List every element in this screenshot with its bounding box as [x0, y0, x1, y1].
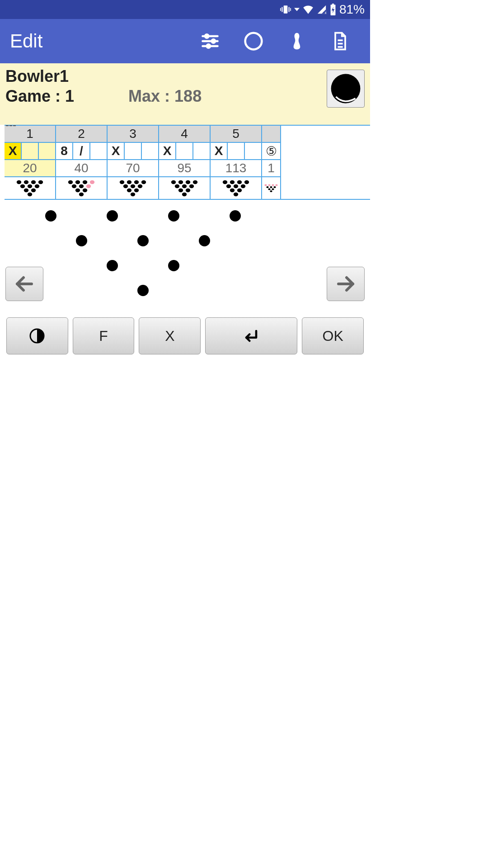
- svg-point-39: [86, 184, 91, 188]
- max-label: Max : 188: [128, 87, 202, 106]
- svg-point-51: [134, 189, 139, 192]
- svg-point-30: [24, 189, 28, 192]
- svg-point-54: [178, 180, 183, 184]
- svg-point-76: [275, 184, 277, 186]
- throw-cell[interactable]: /: [73, 143, 90, 159]
- pin-dot[interactable]: [137, 235, 149, 246]
- svg-marker-5: [294, 8, 300, 11]
- next-button[interactable]: [327, 267, 365, 301]
- previous-button[interactable]: [5, 267, 43, 301]
- svg-point-66: [244, 180, 249, 184]
- pin-dot[interactable]: [107, 210, 118, 222]
- cumulative-score: 1: [262, 160, 280, 177]
- throw-cell[interactable]: X: [108, 143, 125, 159]
- throw-cell[interactable]: [228, 143, 245, 159]
- throw-cell[interactable]: [142, 143, 158, 159]
- throw-cell[interactable]: [39, 143, 55, 159]
- document-icon[interactable]: [319, 19, 362, 63]
- svg-point-15: [205, 34, 208, 38]
- cumulative-score: 113: [211, 160, 261, 177]
- svg-point-23: [17, 180, 21, 184]
- pin-mini: [159, 177, 210, 199]
- throw-cell[interactable]: [125, 143, 142, 159]
- svg-point-75: [272, 184, 274, 186]
- pin-dot[interactable]: [230, 210, 241, 222]
- svg-point-78: [270, 186, 272, 188]
- settings-sliders-icon[interactable]: [188, 19, 232, 63]
- pin-icon[interactable]: [275, 19, 319, 63]
- pin-dot[interactable]: [168, 260, 179, 271]
- contrast-button[interactable]: [6, 317, 68, 354]
- pin-mini: [5, 177, 55, 199]
- caret-down-icon: [294, 7, 300, 12]
- throw-cell[interactable]: [176, 143, 193, 159]
- throw-cell[interactable]: X: [211, 143, 228, 159]
- svg-point-80: [268, 188, 270, 190]
- svg-point-42: [79, 193, 84, 196]
- svg-point-28: [28, 184, 32, 188]
- frame-column[interactable]: 1X20: [5, 126, 56, 199]
- info-panel: Bowler1 Game : 1 Max : 188 ---: [0, 63, 370, 125]
- page-title: Edit: [10, 30, 42, 52]
- svg-point-31: [31, 189, 36, 192]
- strike-button[interactable]: X: [139, 317, 201, 354]
- pin-dot[interactable]: [45, 210, 56, 222]
- frame-column[interactable]: ⑤1: [262, 126, 281, 199]
- ball-icon[interactable]: [232, 19, 275, 63]
- score-strip[interactable]: 1X2028/403X704X955X113⑤1: [5, 125, 370, 200]
- pin-dot[interactable]: [137, 285, 149, 296]
- throw-cell[interactable]: [22, 143, 39, 159]
- svg-point-32: [28, 193, 32, 196]
- pin-diagram[interactable]: [0, 208, 370, 307]
- svg-point-26: [38, 180, 43, 184]
- cumulative-score: 40: [56, 160, 107, 177]
- ball-thumbnail[interactable]: [327, 70, 365, 108]
- frame-column[interactable]: 28/40: [56, 126, 108, 199]
- throw-cell[interactable]: [90, 143, 107, 159]
- enter-button[interactable]: [205, 317, 297, 354]
- frame-column[interactable]: 3X70: [108, 126, 159, 199]
- svg-point-44: [127, 180, 131, 184]
- pin-dot[interactable]: [107, 260, 118, 271]
- pin-dot[interactable]: [199, 235, 210, 246]
- svg-point-50: [127, 189, 131, 192]
- throw-cell[interactable]: 8: [56, 143, 73, 159]
- cumulative-score: 95: [159, 160, 210, 177]
- svg-point-53: [171, 180, 176, 184]
- ok-button[interactable]: OK: [302, 317, 364, 354]
- svg-point-18: [245, 33, 262, 50]
- svg-point-73: [264, 184, 267, 186]
- throw-cell[interactable]: X: [159, 143, 176, 159]
- pin-dot[interactable]: [76, 235, 87, 246]
- svg-point-33: [68, 180, 73, 184]
- svg-point-79: [273, 186, 276, 188]
- svg-point-52: [131, 193, 135, 196]
- svg-point-81: [272, 188, 274, 190]
- pin-mini: [108, 177, 158, 199]
- svg-point-82: [270, 190, 272, 192]
- svg-point-29: [35, 184, 39, 188]
- wifi-icon: [302, 4, 314, 15]
- battery-text: 81%: [339, 2, 365, 17]
- pin-mini: [211, 177, 261, 199]
- svg-point-58: [182, 184, 187, 188]
- throw-cell[interactable]: ⑤: [262, 143, 280, 159]
- throw-cell[interactable]: [245, 143, 261, 159]
- frame-column[interactable]: 5X113: [211, 126, 262, 199]
- foul-button[interactable]: F: [73, 317, 135, 354]
- frame-column[interactable]: 4X95: [159, 126, 211, 199]
- battery-icon: [329, 4, 337, 15]
- app-bar: Edit: [0, 19, 370, 63]
- svg-rect-2: [288, 7, 289, 12]
- pin-dot[interactable]: [168, 210, 179, 222]
- svg-point-37: [72, 184, 76, 188]
- svg-point-68: [234, 184, 238, 188]
- input-button-row: F X OK: [0, 307, 370, 354]
- svg-point-65: [237, 180, 242, 184]
- throw-cell[interactable]: X: [5, 143, 22, 159]
- note-text: ---: [5, 118, 365, 131]
- svg-point-45: [134, 180, 139, 184]
- throw-cell[interactable]: [193, 143, 210, 159]
- pin-mini: [56, 177, 107, 199]
- svg-point-43: [120, 180, 124, 184]
